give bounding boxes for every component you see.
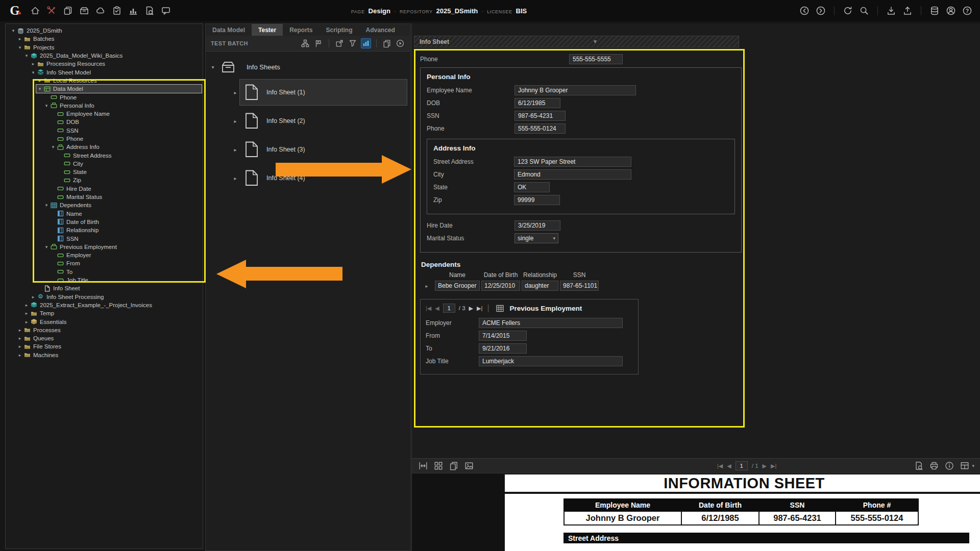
marital-status-select[interactable]: single ▾ (514, 233, 558, 243)
data-view-icon[interactable] (361, 38, 371, 48)
tree-item-2025-data-model-wiki-basics[interactable]: ▾2025_Data_Model_Wiki_Basics (23, 52, 202, 60)
open-external-icon[interactable] (334, 38, 345, 48)
copy-pages-icon[interactable] (449, 461, 459, 471)
batch-item-card[interactable]: Info Sheet (2) (239, 108, 407, 134)
tree-item-phone[interactable]: Phone (50, 135, 202, 143)
employee-name-input[interactable]: Johnny B Grooper (514, 85, 636, 95)
expand-icon[interactable]: ▸ (36, 78, 43, 83)
zip-input[interactable]: 99999 (514, 195, 560, 205)
dependents-cell[interactable]: 12/25/2010 (481, 281, 520, 291)
thumbnails-icon[interactable] (433, 461, 444, 471)
tab-scripting[interactable]: Scripting (320, 24, 359, 36)
state-input[interactable]: OK (514, 182, 550, 192)
collapse-icon[interactable]: ▾ (30, 70, 37, 75)
design-tools-icon[interactable] (46, 5, 57, 16)
tree-item-machines[interactable]: ▸Machines (16, 351, 202, 359)
page-number-input[interactable]: 1 (443, 304, 455, 313)
tree-item-batches[interactable]: ▸Batches (16, 35, 202, 43)
tree-item-file-stores[interactable]: ▸File Stores (16, 342, 202, 350)
tree-item-phone[interactable]: Phone (43, 93, 202, 102)
tree-item-essentials[interactable]: ▸Essentials (23, 318, 202, 326)
tree-item-hire-date[interactable]: Hire Date (50, 185, 202, 193)
job-title-input[interactable]: Lumberjack (479, 356, 623, 366)
batch-item-card[interactable]: Info Sheet (3) (239, 136, 407, 163)
hire-date-input[interactable]: 3/25/2019 (514, 220, 560, 231)
expand-icon[interactable]: ▸ (231, 176, 239, 181)
tree-item-date-of-birth[interactable]: Date of Birth (50, 218, 202, 226)
tree-item-projects[interactable]: ▾Projects (16, 43, 202, 52)
regions-icon[interactable] (960, 461, 970, 471)
document-zoom-icon[interactable] (914, 461, 924, 471)
info-sheet-panel-header[interactable]: Info Sheet ▼ (414, 36, 739, 47)
tab-tester[interactable]: Tester (252, 24, 283, 36)
tab-advanced[interactable]: Advanced (359, 24, 402, 36)
database-icon[interactable] (929, 5, 940, 16)
page-number-input[interactable]: 1 (736, 461, 748, 470)
next-page-button[interactable]: ▶ (469, 305, 473, 312)
last-page-button[interactable]: ▶| (477, 305, 482, 312)
tree-item-address-info[interactable]: ▾Address Info (50, 143, 202, 151)
tab-reports[interactable]: Reports (283, 24, 319, 36)
account-icon[interactable] (945, 5, 957, 16)
tree-item-employer[interactable]: Employer (50, 251, 202, 259)
to-input[interactable]: 9/21/2016 (479, 343, 527, 354)
tree-item-info-sheet-processing[interactable]: ▸⚙Info Sheet Processing (30, 293, 202, 301)
document-search-icon[interactable] (144, 5, 155, 16)
expand-icon[interactable]: ▸ (30, 61, 37, 66)
tree-item-street-address[interactable]: Street Address (56, 152, 202, 160)
flag-p-icon[interactable]: P (313, 38, 324, 48)
prev-page-button[interactable]: ◀ (435, 305, 439, 312)
dependents-cell[interactable]: 987-65-1101 (560, 281, 599, 291)
tree-item-employee-name[interactable]: Employee Name (50, 110, 202, 118)
tree-item-ssn[interactable]: SSN (50, 235, 202, 243)
nav-forward-icon[interactable] (815, 5, 826, 16)
tree-item-state[interactable]: State (56, 168, 202, 176)
play-icon[interactable] (395, 38, 405, 48)
tree-item-from[interactable]: From (50, 259, 202, 267)
tree-item-local-resources[interactable]: ▸Local Resources (36, 77, 202, 85)
info-icon[interactable] (944, 461, 954, 471)
collapse-icon[interactable]: ▾ (43, 103, 50, 108)
tree-item-info-sheet[interactable]: Info Sheet (36, 284, 202, 292)
expand-icon[interactable]: ▸ (16, 328, 23, 333)
employer-input[interactable]: ACME Fellers (479, 318, 623, 328)
phone-input[interactable]: 555-555-0124 (514, 123, 566, 134)
expand-icon[interactable]: ▸ (16, 336, 23, 341)
tree-item-name[interactable]: Name (50, 210, 202, 218)
chevron-down-icon[interactable]: ▾ (972, 463, 974, 468)
batches-icon[interactable] (79, 5, 90, 16)
tab-data-model[interactable]: Data Model (206, 24, 252, 36)
first-page-button[interactable]: |◀ (426, 305, 431, 312)
download-icon[interactable] (886, 5, 897, 16)
expand-icon[interactable]: ▸ (16, 36, 23, 41)
collapse-icon[interactable]: ▾ (43, 244, 50, 249)
chevron-down-icon[interactable]: ▼ (593, 39, 598, 44)
tree-item-ssn[interactable]: SSN (50, 127, 202, 135)
tree-item-relationship[interactable]: Relationship (50, 226, 202, 234)
expand-icon[interactable]: ▸ (16, 353, 23, 358)
tree-item-personal-info[interactable]: ▾Personal Info (43, 102, 202, 110)
city-input[interactable]: Edmond (514, 169, 631, 180)
tree-item-processes[interactable]: ▸Processes (16, 326, 202, 334)
batch-item-card[interactable]: Info Sheet (4) (239, 165, 407, 191)
tree-item-zip[interactable]: Zip (56, 176, 202, 184)
tree-item-job-title[interactable]: Job Title (50, 276, 202, 284)
tree-item-data-model[interactable]: ▾Data Model (36, 85, 202, 93)
duplicate-icon[interactable] (382, 38, 392, 48)
help-icon[interactable]: ? (962, 5, 973, 16)
dependents-cell[interactable]: daughter (522, 281, 558, 291)
tree-item-2025-dsmith[interactable]: ▾2025_DSmith (10, 27, 202, 35)
expand-icon[interactable]: ▸ (30, 294, 37, 299)
collapse-icon[interactable]: ▾ (43, 203, 50, 208)
expand-icon[interactable]: ▸ (23, 303, 30, 308)
image-icon[interactable] (464, 461, 474, 471)
ssn-input[interactable]: 987-65-4231 (514, 111, 566, 121)
upload-icon[interactable] (902, 5, 913, 16)
expand-icon[interactable]: ▸ (23, 319, 30, 324)
tree-item-marital-status[interactable]: Marital Status (50, 193, 202, 201)
batch-root-row[interactable]: ▾ Info Sheets (209, 56, 410, 78)
first-page-button[interactable]: |◀ (717, 463, 723, 469)
nav-back-icon[interactable] (799, 5, 810, 16)
tasks-icon[interactable] (111, 5, 122, 16)
collapse-icon[interactable]: ▾ (10, 28, 17, 33)
